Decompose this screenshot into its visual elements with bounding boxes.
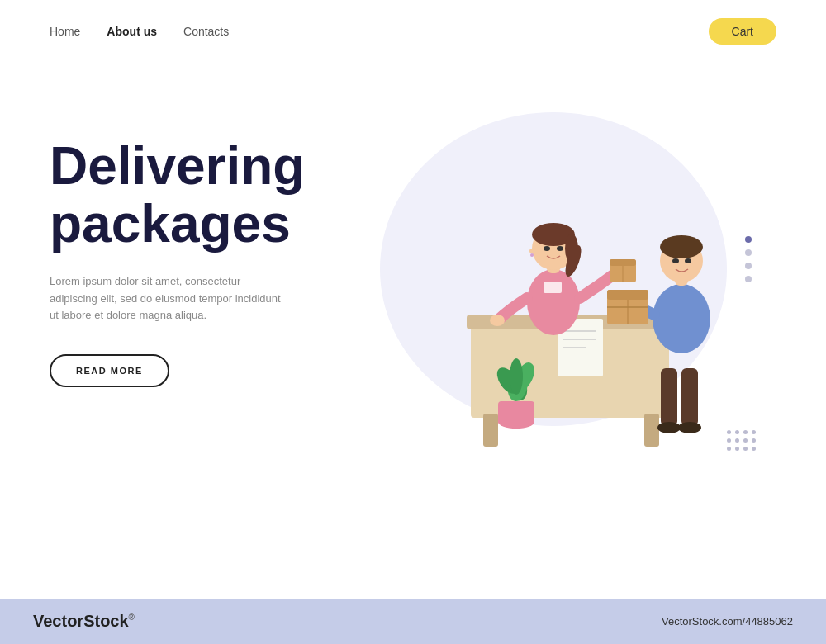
brand-logo: VectorStock®	[33, 612, 135, 631]
footer-bar: VectorStock® VectorStock.com/44885062	[0, 599, 826, 644]
svg-point-37	[660, 235, 703, 258]
svg-point-32	[657, 422, 681, 433]
svg-rect-3	[644, 414, 659, 447]
svg-point-39	[685, 258, 691, 263]
hero-left: Delivering packages Lorem ipsum dolor si…	[50, 88, 363, 387]
nav-home[interactable]: Home	[50, 25, 80, 38]
decorative-dots	[727, 430, 756, 451]
delivery-scene	[363, 96, 776, 509]
nav-links: Home About us Contacts	[50, 25, 229, 38]
svg-point-33	[678, 422, 701, 433]
navigation: Home About us Contacts Cart	[0, 0, 826, 63]
dot-3[interactable]	[745, 263, 752, 269]
svg-rect-25	[544, 282, 562, 293]
nav-about[interactable]: About us	[107, 25, 157, 38]
svg-point-23	[544, 246, 550, 251]
hero-description: Lorem ipsum dolor sit amet, consectetur …	[50, 273, 281, 324]
svg-point-38	[672, 258, 679, 263]
pagination-dots	[745, 236, 752, 282]
hero-title: Delivering packages	[50, 137, 363, 253]
svg-rect-31	[681, 368, 698, 426]
svg-rect-30	[661, 368, 677, 426]
watermark-url: VectorStock.com/44885062	[662, 615, 793, 627]
dot-2[interactable]	[745, 249, 752, 256]
svg-point-24	[557, 246, 563, 251]
dot-1[interactable]	[745, 236, 752, 243]
svg-point-22	[530, 253, 534, 257]
hero-illustration	[363, 88, 776, 517]
svg-point-14	[510, 358, 523, 395]
svg-point-15	[527, 269, 580, 335]
dot-4[interactable]	[745, 276, 752, 282]
svg-point-34	[653, 284, 710, 353]
svg-rect-2	[483, 414, 498, 447]
svg-point-21	[529, 249, 534, 253]
nav-contacts[interactable]: Contacts	[183, 25, 229, 38]
main-content: Delivering packages Lorem ipsum dolor si…	[0, 63, 826, 542]
watermark: VectorStock®	[33, 612, 135, 631]
read-more-button[interactable]: READ MORE	[50, 354, 169, 387]
svg-rect-9	[498, 401, 534, 424]
cart-button[interactable]: Cart	[709, 18, 776, 45]
svg-point-26	[490, 315, 505, 326]
